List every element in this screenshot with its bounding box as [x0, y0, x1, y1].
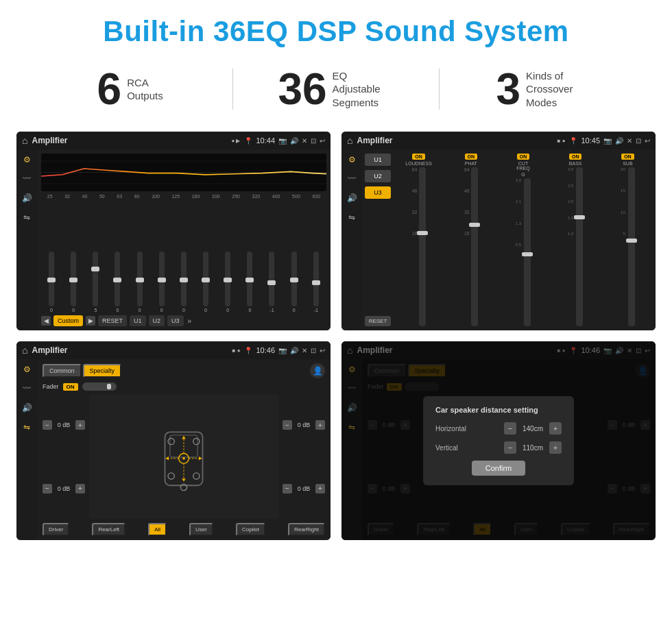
band-loudness: ON LOUDNESS 64483216 — [394, 154, 444, 326]
btn-rear-left[interactable]: RearLeft — [92, 523, 125, 536]
vertical-minus-btn[interactable]: − — [504, 441, 516, 454]
eq-icon[interactable]: ⚙ — [23, 155, 31, 164]
amp-u3-btn[interactable]: U3 — [365, 186, 391, 199]
spk-fl-val: 0 dB — [54, 422, 73, 428]
spk-fl-plus[interactable]: + — [75, 420, 85, 430]
eq-next[interactable]: ▶ — [86, 316, 95, 326]
dialog-overlay: Car speaker distance setting Horizontal … — [341, 341, 656, 540]
eq-slider-10: -1 — [269, 252, 274, 313]
screen2-header: ⌂ Amplifier ■ ● 📍 10:45 📷 🔊 ✕ ⊡ ↩ — [341, 132, 656, 149]
eq-graph — [41, 154, 326, 191]
home-icon: ⌂ — [22, 135, 27, 146]
stat-divider-1 — [232, 69, 233, 110]
fader-label: Fader — [43, 383, 59, 390]
sq-icon: ⊡ — [311, 137, 316, 145]
eq-u1-btn[interactable]: U1 — [130, 315, 146, 326]
dots-icon-2: ■ ● — [557, 138, 566, 144]
spk-rl-plus[interactable]: + — [75, 484, 85, 493]
split-icon-3[interactable]: ⇋ — [23, 422, 30, 432]
btn-all[interactable]: All — [148, 523, 167, 536]
eq-curve-svg — [41, 154, 326, 191]
band-phat-on[interactable]: ON — [465, 154, 478, 160]
horizontal-minus-btn[interactable]: − — [504, 422, 516, 435]
dots-icon-3: ■ ● — [232, 348, 241, 354]
wave-icon-3[interactable]: 〰 — [23, 384, 31, 393]
eq-custom-btn[interactable]: Custom — [53, 315, 83, 326]
wave-icon-2[interactable]: 〰 — [348, 174, 356, 184]
eq-prev[interactable]: ◀ — [41, 316, 51, 326]
vertical-plus-btn[interactable]: + — [549, 441, 562, 454]
spk-fl-minus[interactable]: − — [43, 420, 52, 430]
dialog-row-vertical: Vertical − 110cm + — [435, 441, 562, 454]
band-bass-on[interactable]: ON — [569, 154, 582, 160]
spk-fr-minus[interactable]: − — [283, 420, 292, 430]
fader-label-row: Fader ON — [43, 382, 325, 391]
phat-slider[interactable] — [471, 167, 478, 326]
eq-reset-btn[interactable]: RESET — [98, 315, 127, 326]
eq-slider-7: 0 — [203, 252, 208, 313]
home-icon-2: ⌂ — [347, 135, 352, 146]
cam-icon-3: 📷 — [278, 347, 287, 354]
confirm-button[interactable]: Confirm — [472, 461, 526, 476]
btn-driver[interactable]: Driver — [43, 523, 69, 536]
spk-rr-minus[interactable]: − — [283, 484, 292, 493]
band-phat: ON PHAT 64483216 — [446, 154, 496, 326]
speaker-icon-2[interactable]: 🔊 — [347, 193, 357, 203]
stat-crossover-number: 3 — [496, 67, 521, 111]
eq-u3-btn[interactable]: U3 — [167, 315, 184, 326]
split-icon[interactable]: ⇋ — [23, 212, 30, 222]
spk-rr-val: 0 dB — [294, 485, 313, 492]
band-phat-label: PHAT — [465, 161, 477, 166]
fader-bottom-row: Driver RearLeft All User Copilot RearRig… — [43, 523, 325, 536]
bass-slider[interactable] — [576, 167, 583, 326]
band-loudness-on[interactable]: ON — [412, 154, 425, 160]
spk-row-rl: − 0 dB + — [43, 484, 85, 493]
dialog-row-horizontal: Horizontal − 140cm + — [435, 422, 562, 435]
band-sub-on[interactable]: ON — [621, 154, 634, 160]
eq-icon-2[interactable]: ⚙ — [348, 155, 356, 164]
left-speaker-controls: − 0 dB + − 0 dB + — [43, 395, 85, 519]
tab-common[interactable]: Common — [43, 364, 82, 378]
eq-u2-btn[interactable]: U2 — [149, 315, 165, 326]
car-diagram — [89, 395, 278, 519]
eq-slider-2: 5 — [93, 252, 98, 313]
screen1-body: ⚙ 〰 🔊 ⇋ — [16, 149, 331, 330]
speaker-icon-3[interactable]: 🔊 — [22, 403, 32, 413]
amp-u2-btn[interactable]: U2 — [365, 170, 391, 182]
tab-specialty[interactable]: Specialty — [83, 364, 122, 378]
btn-copilot[interactable]: Copilot — [236, 523, 265, 536]
spk-fr-plus[interactable]: + — [315, 420, 325, 430]
spk-rl-minus[interactable]: − — [43, 484, 52, 493]
svg-point-13 — [168, 472, 174, 478]
svg-point-14 — [193, 472, 200, 478]
amp-u1-btn[interactable]: U1 — [365, 154, 391, 166]
wave-icon[interactable]: 〰 — [23, 174, 31, 184]
fader-slider[interactable] — [82, 382, 117, 391]
eq-sliders: 0 0 5 — [41, 202, 326, 313]
stat-rca: 6 RCAOutputs — [41, 67, 219, 111]
btn-user[interactable]: User — [189, 523, 213, 536]
eq-slider-6: 0 — [181, 252, 187, 313]
eq-icon-3[interactable]: ⚙ — [23, 365, 31, 374]
eq-panel: 2532 4050 6380 100125 160200 250320 4005… — [37, 149, 331, 330]
screens-grid: ⌂ Amplifier ● ▶ 📍 10:44 📷 🔊 ✕ ⊡ ↩ ⚙ 〰 🔊 … — [0, 125, 672, 554]
eq-slider-0: 0 — [49, 252, 54, 313]
stat-eq: 36 EQ AdjustableSegments — [247, 67, 424, 111]
amp-reset-btn[interactable]: RESET — [365, 316, 391, 326]
speaker-icon[interactable]: 🔊 — [22, 193, 32, 203]
horizontal-value: 140cm — [519, 425, 547, 432]
band-cutfreq-on[interactable]: ON — [517, 154, 530, 160]
dialog-horizontal-control: − 140cm + — [504, 422, 562, 435]
btn-rear-right[interactable]: RearRight — [288, 523, 325, 536]
split-icon-2[interactable]: ⇋ — [348, 212, 355, 222]
home-icon-3: ⌂ — [22, 345, 27, 356]
horizontal-plus-btn[interactable]: + — [549, 422, 562, 435]
vol-icon-3: 🔊 — [290, 347, 298, 354]
screen1-sidebar: ⚙ 〰 🔊 ⇋ — [16, 149, 37, 330]
profile-icon[interactable]: 👤 — [310, 363, 325, 378]
loudness-slider[interactable] — [419, 167, 426, 326]
spk-rr-plus[interactable]: + — [315, 484, 325, 493]
cutfreq-slider-g[interactable] — [524, 178, 531, 326]
screen3-header: ⌂ Amplifier ■ ● 📍 10:46 📷 🔊 ✕ ⊡ ↩ — [16, 341, 331, 359]
sub-slider[interactable] — [628, 167, 635, 326]
